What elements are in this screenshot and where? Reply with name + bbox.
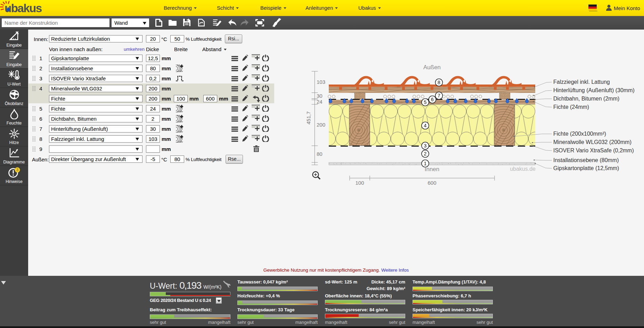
svg-text:Fichte (200x100mm²): Fichte (200x100mm²): [553, 131, 606, 137]
svg-text:2: 2: [424, 151, 427, 157]
svg-text:Falzziegel inkl. Lattung: Falzziegel inkl. Lattung: [553, 79, 610, 85]
svg-text:103: 103: [317, 79, 325, 85]
svg-text:Installationsebene (80mm): Installationsebene (80mm): [553, 157, 619, 163]
svg-text:Fichte (24mm): Fichte (24mm): [553, 104, 589, 110]
svg-text:5: 5: [424, 99, 427, 105]
svg-text:3: 3: [424, 143, 427, 149]
svg-text:30: 30: [317, 93, 323, 99]
svg-text:Dichtbahn, Bitumen (2mm): Dichtbahn, Bitumen (2mm): [553, 96, 619, 102]
svg-text:Hinterlüftung (Außenluft) (30m: Hinterlüftung (Außenluft) (30mm): [553, 87, 635, 93]
svg-text:Mineralwolle WLG032 (200mm): Mineralwolle WLG032 (200mm): [553, 139, 631, 145]
svg-text:200: 200: [317, 122, 325, 128]
svg-text:ubakus.de: ubakus.de: [510, 166, 536, 172]
svg-text:Gipskartonplatte (12,5mm): Gipskartonplatte (12,5mm): [553, 165, 619, 171]
svg-text:Innen: Innen: [425, 166, 440, 173]
svg-text:7: 7: [438, 93, 440, 98]
svg-text:1: 1: [424, 161, 427, 166]
svg-text:100: 100: [355, 180, 364, 186]
svg-text:451,7: 451,7: [305, 111, 311, 125]
svg-text:6: 6: [431, 97, 434, 102]
svg-text:80: 80: [317, 151, 323, 157]
svg-text:600: 600: [427, 180, 436, 186]
svg-text:ISOVER Vario XtraSafe (0,2mm): ISOVER Vario XtraSafe (0,2mm): [553, 147, 634, 153]
svg-text:4: 4: [424, 123, 427, 128]
svg-text:3: 3: [16, 168, 18, 172]
svg-text:8: 8: [438, 80, 440, 85]
svg-text:24: 24: [317, 99, 323, 105]
svg-text:Außen: Außen: [423, 64, 441, 71]
